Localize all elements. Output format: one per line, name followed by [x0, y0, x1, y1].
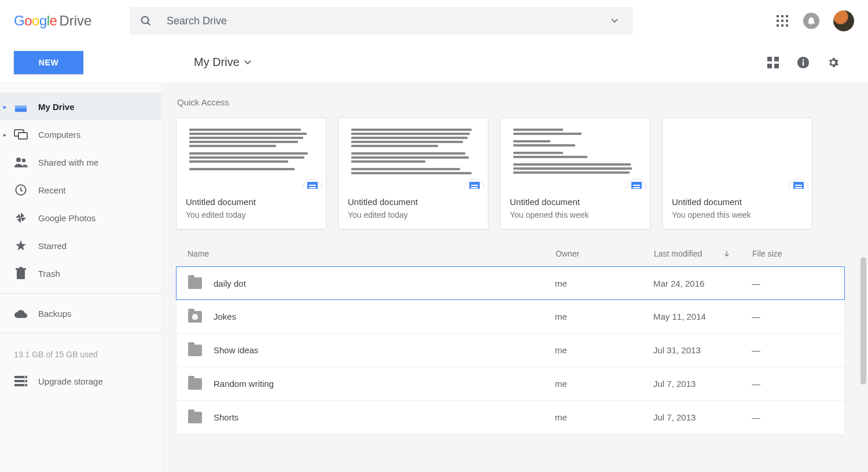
- doc-thumbnail: [501, 118, 650, 189]
- svg-rect-16: [803, 61, 804, 65]
- col-modified[interactable]: Last modified: [654, 249, 752, 258]
- computers-icon: [14, 127, 28, 141]
- folder-shared-icon: [188, 311, 202, 323]
- card-title: Untitled document: [186, 197, 317, 207]
- quick-access-card[interactable]: Untitled documentYou edited today: [176, 118, 326, 229]
- card-subtitle: You opened this week: [672, 210, 803, 219]
- upgrade-storage[interactable]: Upgrade storage: [0, 367, 161, 395]
- app-header: Google Drive: [0, 0, 868, 42]
- scrollbar[interactable]: [860, 257, 866, 385]
- quick-access-card[interactable]: Untitled documentYou edited today: [338, 118, 488, 229]
- drive-icon: [14, 100, 28, 114]
- sidebar-item-starred[interactable]: Starred: [0, 232, 161, 259]
- svg-rect-19: [15, 105, 27, 108]
- file-name: Show ideas: [214, 345, 259, 355]
- sidebar-item-label: Trash: [38, 269, 60, 279]
- star-icon: [14, 239, 28, 253]
- sidebar: ▸My Drive▸ComputersShared with meRecentG…: [0, 83, 162, 472]
- product-name: Drive: [59, 13, 91, 29]
- sidebar-item-label: Shared with me: [38, 158, 98, 167]
- cloud-icon: [14, 306, 28, 320]
- new-button[interactable]: NEW: [14, 51, 83, 74]
- file-list: daily dotmeMar 24, 2016—JokesmeMay 11, 2…: [176, 266, 845, 434]
- storage-usage: 13.1 GB of 15 GB used: [0, 339, 161, 367]
- svg-line-1: [148, 23, 150, 25]
- svg-rect-14: [774, 64, 779, 68]
- file-owner: me: [555, 279, 653, 288]
- file-size: —: [752, 412, 844, 422]
- svg-rect-6: [781, 20, 784, 22]
- sidebar-item-backups[interactable]: Backups: [0, 299, 161, 327]
- card-subtitle: You edited today: [186, 210, 317, 219]
- file-modified: Jul 7, 2013: [653, 379, 752, 389]
- folder-icon: [188, 412, 202, 423]
- card-title: Untitled document: [348, 197, 479, 207]
- card-subtitle: You edited today: [348, 210, 479, 219]
- account-avatar[interactable]: [833, 10, 854, 31]
- search-input[interactable]: [153, 15, 624, 27]
- card-subtitle: You opened this week: [510, 210, 641, 219]
- logo[interactable]: Google Drive: [14, 13, 130, 29]
- quick-access-row: Untitled documentYou edited todayUntitle…: [176, 118, 845, 229]
- breadcrumb[interactable]: My Drive: [162, 56, 251, 69]
- table-row[interactable]: JokesmeMay 11, 2014—: [176, 300, 845, 334]
- sidebar-item-google-photos[interactable]: Google Photos: [0, 204, 161, 232]
- toolbar: NEW My Drive: [0, 42, 868, 83]
- gear-icon[interactable]: [826, 56, 840, 69]
- docs-icon: [627, 178, 646, 189]
- doc-thumbnail: [176, 118, 326, 189]
- view-grid-icon[interactable]: [766, 56, 780, 69]
- search-bar[interactable]: [130, 7, 633, 35]
- pinwheel-icon: [14, 211, 28, 225]
- svg-rect-13: [767, 64, 772, 68]
- quick-access-card[interactable]: Untitled documentYou opened this week: [662, 118, 812, 229]
- sidebar-item-trash[interactable]: Trash: [0, 259, 161, 287]
- file-name: Shorts: [214, 412, 238, 422]
- search-icon[interactable]: [139, 14, 153, 28]
- info-icon[interactable]: [796, 56, 810, 69]
- table-row[interactable]: Show ideasmeJul 31, 2013—: [176, 334, 845, 367]
- sidebar-item-shared-with-me[interactable]: Shared with me: [0, 148, 161, 176]
- svg-rect-4: [786, 15, 788, 17]
- file-owner: me: [555, 345, 653, 355]
- folder-icon: [188, 345, 202, 356]
- file-size: —: [752, 312, 844, 321]
- storage-stack-icon: [14, 374, 28, 388]
- doc-thumbnail: [339, 118, 488, 189]
- people-icon: [14, 155, 28, 169]
- table-row[interactable]: daily dotmeMar 24, 2016—: [176, 266, 845, 300]
- col-size[interactable]: File size: [752, 249, 845, 258]
- breadcrumb-label: My Drive: [194, 56, 240, 69]
- sidebar-item-label: My Drive: [38, 102, 75, 112]
- docs-icon: [303, 178, 322, 189]
- svg-rect-5: [777, 20, 779, 22]
- table-row[interactable]: Random writingmeJul 7, 2013—: [176, 367, 845, 401]
- apps-grid-icon[interactable]: [775, 14, 789, 28]
- svg-rect-33: [24, 385, 25, 386]
- sort-arrow-down-icon: [723, 250, 731, 258]
- svg-rect-31: [24, 376, 25, 378]
- card-title: Untitled document: [672, 197, 803, 207]
- expand-icon[interactable]: ▸: [3, 131, 6, 138]
- svg-rect-10: [786, 24, 788, 27]
- sidebar-item-my-drive[interactable]: ▸My Drive: [0, 93, 161, 120]
- doc-thumbnail: [663, 118, 812, 189]
- expand-icon[interactable]: ▸: [3, 104, 6, 110]
- sidebar-item-recent[interactable]: Recent: [0, 176, 161, 204]
- file-modified: May 11, 2014: [653, 312, 752, 321]
- svg-rect-25: [17, 270, 25, 279]
- quick-access-card[interactable]: Untitled documentYou opened this week: [500, 118, 650, 229]
- sidebar-item-label: Recent: [38, 185, 66, 195]
- table-header: Name Owner Last modified File size: [176, 229, 845, 266]
- search-options-dropdown-icon[interactable]: [608, 14, 621, 28]
- file-modified: Jul 31, 2013: [653, 345, 752, 355]
- file-name: Jokes: [214, 312, 236, 321]
- col-name[interactable]: Name: [187, 249, 556, 258]
- file-size: —: [752, 279, 844, 288]
- folder-icon: [188, 277, 202, 289]
- notifications-icon[interactable]: [803, 13, 819, 29]
- col-owner[interactable]: Owner: [556, 249, 654, 258]
- table-row[interactable]: ShortsmeJul 7, 2013—: [176, 401, 845, 434]
- sidebar-item-computers[interactable]: ▸Computers: [0, 120, 161, 148]
- file-modified: Mar 24, 2016: [653, 279, 752, 288]
